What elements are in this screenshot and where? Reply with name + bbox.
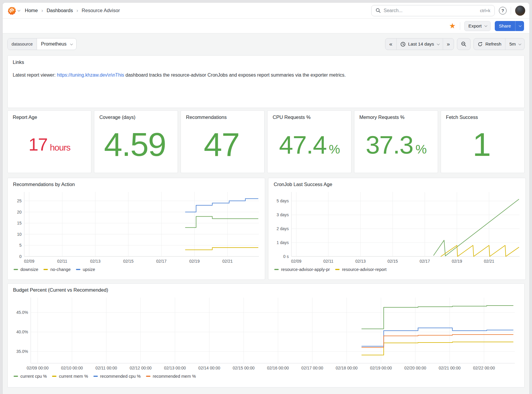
legend-item[interactable]: recommended cpu % <box>93 374 141 379</box>
zoom-out-time-button[interactable] <box>457 38 470 50</box>
grafana-app: Home › Dashboards › Resource Advisor ctr… <box>2 2 530 394</box>
export-button-label: Export <box>468 23 482 29</box>
panel-title-links[interactable]: Links <box>13 59 519 65</box>
legend-item[interactable]: no-change <box>43 267 71 272</box>
panel-title-coverage-days[interactable]: Coverage (days) <box>99 114 173 120</box>
refresh-interval-select[interactable]: 5m <box>505 38 524 50</box>
time-shift-back-button[interactable]: « <box>385 38 396 50</box>
recommendations-by-action-panel: Recommendations by Action 02/0902/1102/1… <box>7 178 265 280</box>
legend-item[interactable]: current mem % <box>52 374 88 379</box>
panel-title-cpu-requests[interactable]: CPU Requests % <box>273 114 346 120</box>
search-icon <box>376 8 381 13</box>
svg-text:35.0%: 35.0% <box>16 349 28 354</box>
svg-text:0 s: 0 s <box>283 254 289 259</box>
svg-text:02/15 00:00: 02/15 00:00 <box>233 366 254 370</box>
panel-title-fetch-success[interactable]: Fetch Success <box>446 114 519 120</box>
svg-text:02/21: 02/21 <box>484 259 494 264</box>
legend-item[interactable]: resource-advisor-apply-pr <box>274 267 330 272</box>
legend-label[interactable]: recommended cpu % <box>100 374 141 379</box>
links-text: Latest report viewer: https://tuning.khz… <box>13 72 519 79</box>
panel-title-recommendations-by-action[interactable]: Recommendations by Action <box>11 182 262 187</box>
legend-label[interactable]: recommended mem % <box>153 374 196 379</box>
legend-label[interactable]: no-change <box>50 267 71 272</box>
panel-title-budget-percent[interactable]: Budget Percent (Current vs Recommended) <box>11 287 521 293</box>
datasource-select[interactable]: Prometheus <box>37 38 76 50</box>
svg-text:02/13: 02/13 <box>355 259 366 264</box>
stat-value-fetch-success: 1 <box>473 128 493 161</box>
refresh-button[interactable]: Refresh <box>474 38 505 50</box>
panel-title-recommendations[interactable]: Recommendations <box>186 114 259 120</box>
legend-item[interactable]: upsize <box>76 267 95 272</box>
breadcrumb-dashboards[interactable]: Dashboards <box>47 8 73 13</box>
legend-label[interactable]: upsize <box>83 267 95 272</box>
stat-panel-recommendations: Recommendations 47 <box>181 110 265 173</box>
panel-title-report-age[interactable]: Report Age <box>13 114 86 120</box>
svg-text:5: 5 <box>19 243 22 248</box>
svg-text:02/17: 02/17 <box>420 259 430 264</box>
legend-swatch-icon <box>43 269 48 270</box>
search-input[interactable] <box>384 8 477 13</box>
legend-swatch-icon <box>274 269 279 270</box>
stat-value-report-age: 17hours <box>28 136 70 154</box>
legend-item[interactable]: downsize <box>14 267 38 272</box>
clock-icon <box>400 42 406 47</box>
svg-text:02/11: 02/11 <box>323 259 333 264</box>
stat-panel-cpu-requests: CPU Requests % 47.4% <box>267 110 351 173</box>
share-menu-button[interactable] <box>515 21 524 31</box>
help-icon[interactable]: ? <box>499 7 507 14</box>
top-nav: Home › Dashboards › Resource Advisor ctr… <box>3 3 529 19</box>
budget-percent-chart[interactable]: 02/09 00:0002/10 00:0002/11 00:0002/12 0… <box>11 295 518 372</box>
stat-value-cpu-requests: 47.4% <box>279 132 340 157</box>
stat-panel-fetch-success: Fetch Success 1 <box>441 110 525 173</box>
links-text-prefix: Latest report viewer: <box>13 72 57 77</box>
panel-title-cronjob-last-success-age[interactable]: CronJob Last Success Age <box>271 182 523 187</box>
chart-legend: resource-advisor-apply-prresource-adviso… <box>271 265 523 272</box>
legend-item[interactable]: current cpu % <box>14 374 47 379</box>
legend-swatch-icon <box>93 376 98 377</box>
svg-text:02/19: 02/19 <box>189 259 200 264</box>
legend-item[interactable]: resource-advisor-report <box>335 267 387 272</box>
nav-divider <box>511 7 511 14</box>
svg-text:45.0%: 45.0% <box>16 310 28 315</box>
legend-label[interactable]: resource-advisor-report <box>342 267 387 272</box>
search-shortcut: ctrl+k <box>480 8 490 13</box>
svg-text:40.0%: 40.0% <box>16 330 28 334</box>
svg-text:02/09 00:00: 02/09 00:00 <box>27 366 48 370</box>
chevron-down-icon <box>519 24 522 27</box>
svg-text:02/18 00:00: 02/18 00:00 <box>336 366 358 370</box>
cronjob-last-success-age-chart[interactable]: 02/0902/1102/1302/1502/1702/1902/210 s1 … <box>271 189 523 265</box>
stat-panel-coverage-days: Coverage (days) 4.59 <box>94 110 178 173</box>
breadcrumb-home[interactable]: Home <box>25 8 38 13</box>
grafana-logo-menu[interactable] <box>7 6 20 15</box>
legend-label[interactable]: current cpu % <box>20 374 47 379</box>
legend-label[interactable]: downsize <box>20 267 38 272</box>
datasource-variable: datasource Prometheus <box>7 38 77 50</box>
report-viewer-link[interactable]: https://tuning.khzaw.dev\n\nThis <box>57 72 124 77</box>
svg-text:10: 10 <box>17 232 22 237</box>
share-button[interactable]: Share <box>495 21 515 31</box>
legend-item[interactable]: recommended mem % <box>146 374 196 379</box>
time-range-picker[interactable]: Last 14 days <box>396 38 443 50</box>
panel-title-memory-requests[interactable]: Memory Requests % <box>359 114 433 120</box>
favorite-star-icon[interactable]: ★ <box>449 22 455 30</box>
svg-text:02/15: 02/15 <box>123 259 134 264</box>
search-bar[interactable]: ctrl+k <box>371 5 495 16</box>
svg-text:02/10 00:00: 02/10 00:00 <box>61 366 83 370</box>
user-avatar[interactable] <box>515 6 525 16</box>
stat-panels-row: Report Age 17hours Coverage (days) 4.59 … <box>7 110 525 173</box>
svg-text:02/11: 02/11 <box>57 259 67 264</box>
svg-text:1 days: 1 days <box>277 240 289 245</box>
dashboard-content: datasource Prometheus « Last 14 days <box>3 38 529 387</box>
export-button[interactable]: Export <box>464 21 491 31</box>
legend-swatch-icon <box>335 269 340 270</box>
legend-label[interactable]: resource-advisor-apply-pr <box>281 267 330 272</box>
time-shift-forward-button[interactable]: » <box>443 38 454 50</box>
stat-value-memory-requests: 37.3% <box>366 132 426 157</box>
stat-panel-report-age: Report Age 17hours <box>7 110 91 173</box>
charts-row: Recommendations by Action 02/0902/1102/1… <box>7 178 525 280</box>
stat-panel-memory-requests: Memory Requests % 37.3% <box>354 110 438 173</box>
svg-text:02/11 00:00: 02/11 00:00 <box>95 366 117 370</box>
svg-text:02/22 00:00: 02/22 00:00 <box>473 366 495 370</box>
legend-label[interactable]: current mem % <box>59 374 88 379</box>
recommendations-by-action-chart[interactable]: 02/0902/1102/1302/1502/1702/1902/2105101… <box>11 189 262 265</box>
